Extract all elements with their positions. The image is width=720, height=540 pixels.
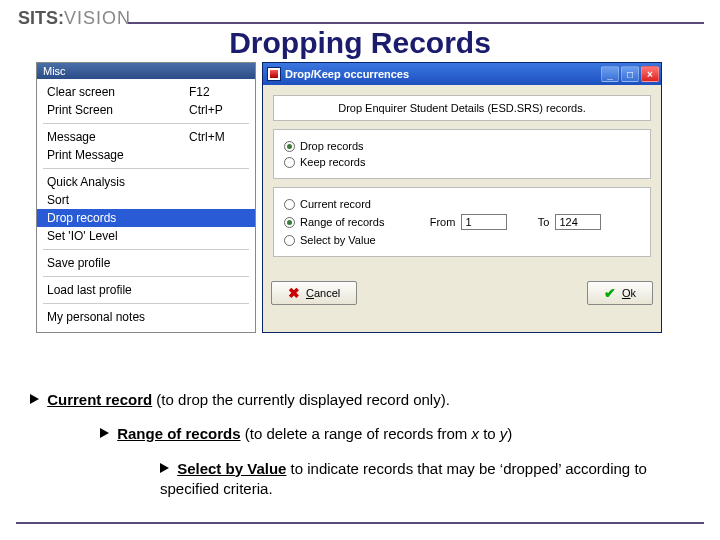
menu-item-shortcut (189, 175, 245, 189)
radio-icon (284, 199, 295, 210)
bullet-arrow-icon (100, 428, 109, 438)
menu-item[interactable]: Clear screenF12 (37, 83, 255, 101)
menu-item-label: Print Message (47, 148, 189, 162)
divider-bottom (16, 522, 704, 524)
bullet-var-x: x (472, 425, 480, 442)
radio-icon (284, 217, 295, 228)
divider-top (128, 22, 704, 24)
menu-item-shortcut: F12 (189, 85, 245, 99)
radio-label: Range of records (300, 216, 384, 228)
maximize-button[interactable]: □ (621, 66, 639, 82)
range-inputs: From To (419, 214, 601, 230)
menu-separator (43, 123, 249, 124)
content: Misc Clear screenF12Print ScreenCtrl+PMe… (36, 62, 662, 333)
menu-item-shortcut (189, 148, 245, 162)
radio-icon (284, 157, 295, 168)
bullet-text: (to drop the currently displayed record … (152, 391, 450, 408)
bullet-arrow-icon (30, 394, 39, 404)
bullet-term: Select by Value (177, 460, 286, 477)
to-label: To (513, 216, 549, 228)
bullet-current-record: Current record (to drop the currently di… (30, 390, 690, 410)
menu-item-shortcut (189, 211, 245, 225)
dialog-app-icon (267, 67, 281, 81)
from-input[interactable] (461, 214, 507, 230)
bullet-list: Current record (to drop the currently di… (30, 390, 690, 499)
logo-part2: VISION (64, 8, 131, 28)
bullet-range-of-records: Range of records (to delete a range of r… (100, 424, 690, 444)
menu-item-label: Drop records (47, 211, 189, 225)
menu-item[interactable]: MessageCtrl+M (37, 128, 255, 146)
menu-item[interactable]: Set 'IO' Level (37, 227, 255, 245)
menu-item-label: Clear screen (47, 85, 189, 99)
menu-item-label: Message (47, 130, 189, 144)
menu-item-shortcut: Ctrl+P (189, 103, 245, 117)
slide: SITS:VISION Dropping Records Misc Clear … (0, 0, 720, 540)
menu-separator (43, 168, 249, 169)
radio-label: Drop records (300, 140, 364, 152)
menu-item-label: My personal notes (47, 310, 189, 324)
radio-current-record[interactable]: Current record (284, 196, 640, 212)
menu-item[interactable]: Load last profile (37, 281, 255, 299)
mode-group: Drop records Keep records (273, 129, 651, 179)
menu-item[interactable]: Quick Analysis (37, 173, 255, 191)
drop-keep-dialog: Drop/Keep occurrences _ □ × Drop Enquire… (262, 62, 662, 333)
close-button[interactable]: × (641, 66, 659, 82)
menu-item[interactable]: Save profile (37, 254, 255, 272)
dialog-body: Drop Enquirer Student Details (ESD.SRS) … (263, 85, 661, 275)
menu-separator (43, 303, 249, 304)
menu-item-shortcut (189, 229, 245, 243)
bullet-arrow-icon (160, 463, 169, 473)
misc-menu-title: Misc (37, 63, 255, 79)
radio-icon (284, 235, 295, 246)
ok-label: Ok (622, 287, 636, 299)
dialog-titlebar[interactable]: Drop/Keep occurrences _ □ × (263, 63, 661, 85)
menu-item[interactable]: My personal notes (37, 308, 255, 326)
dialog-footer: ✖ Cancel ✔ Ok (263, 275, 661, 311)
menu-item-shortcut (189, 256, 245, 270)
menu-item[interactable]: Sort (37, 191, 255, 209)
radio-keep-records[interactable]: Keep records (284, 154, 640, 170)
ok-button[interactable]: ✔ Ok (587, 281, 653, 305)
radio-select-by-value[interactable]: Select by Value (284, 232, 640, 248)
to-input[interactable] (555, 214, 601, 230)
radio-label: Select by Value (300, 234, 376, 246)
minimize-button[interactable]: _ (601, 66, 619, 82)
menu-item-label: Load last profile (47, 283, 189, 297)
bullet-term: Current record (47, 391, 152, 408)
bullet-term: Range of records (117, 425, 240, 442)
menu-item-shortcut: Ctrl+M (189, 130, 245, 144)
cancel-label: Cancel (306, 287, 340, 299)
page-title: Dropping Records (0, 26, 720, 60)
radio-label: Current record (300, 198, 371, 210)
menu-item[interactable]: Drop records (37, 209, 255, 227)
bullet-text: (to delete a range of records from (241, 425, 472, 442)
logo-part1: SITS: (18, 8, 64, 28)
menu-item[interactable]: Print ScreenCtrl+P (37, 101, 255, 119)
cancel-icon: ✖ (288, 285, 300, 301)
menu-item-shortcut (189, 283, 245, 297)
radio-drop-records[interactable]: Drop records (284, 138, 640, 154)
cancel-button[interactable]: ✖ Cancel (271, 281, 357, 305)
menu-item-label: Sort (47, 193, 189, 207)
from-label: From (419, 216, 455, 228)
dialog-window-buttons: _ □ × (601, 66, 659, 82)
dialog-title: Drop/Keep occurrences (285, 68, 601, 80)
misc-menu: Misc Clear screenF12Print ScreenCtrl+PMe… (36, 62, 256, 333)
menu-item-shortcut (189, 310, 245, 324)
menu-item-label: Set 'IO' Level (47, 229, 189, 243)
menu-item-label: Save profile (47, 256, 189, 270)
radio-range-of-records[interactable]: Range of records From To (284, 212, 640, 232)
bullet-select-by-value: Select by Value to indicate records that… (160, 459, 690, 500)
radio-icon (284, 141, 295, 152)
misc-menu-body: Clear screenF12Print ScreenCtrl+PMessage… (37, 79, 255, 332)
radio-label: Keep records (300, 156, 365, 168)
scope-group: Current record Range of records From To (273, 187, 651, 257)
menu-item[interactable]: Print Message (37, 146, 255, 164)
menu-separator (43, 249, 249, 250)
menu-item-shortcut (189, 193, 245, 207)
menu-item-label: Quick Analysis (47, 175, 189, 189)
menu-separator (43, 276, 249, 277)
menu-item-label: Print Screen (47, 103, 189, 117)
dialog-message: Drop Enquirer Student Details (ESD.SRS) … (273, 95, 651, 121)
ok-icon: ✔ (604, 285, 616, 301)
